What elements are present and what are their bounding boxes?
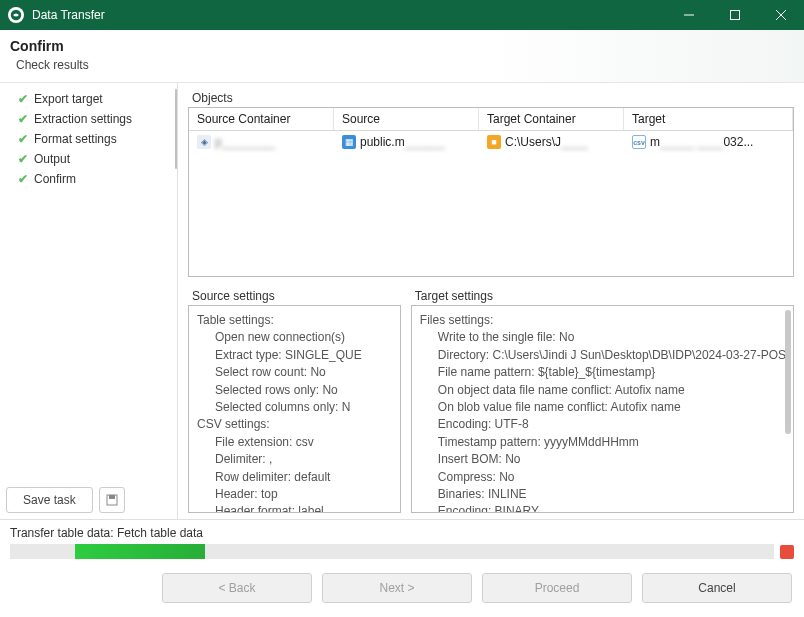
maximize-button[interactable]: [712, 0, 758, 30]
step-label: Format settings: [34, 132, 117, 146]
database-icon: ◈: [197, 135, 211, 149]
check-icon: ✔: [18, 172, 28, 186]
settings-line: Select row count: No: [197, 364, 392, 381]
objects-header: Source Container Source Target Container…: [189, 108, 793, 131]
table-icon: ▦: [342, 135, 356, 149]
minimize-button[interactable]: [666, 0, 712, 30]
next-button[interactable]: Next >: [322, 573, 472, 603]
save-config-button[interactable]: [99, 487, 125, 513]
settings-line: Binaries: INLINE: [420, 486, 785, 503]
settings-line: Files settings:: [420, 312, 785, 329]
target-settings-box: Files settings:Write to the single file:…: [411, 305, 794, 513]
settings-line: Selected rows only: No: [197, 382, 392, 399]
page-title: Confirm: [10, 38, 794, 54]
settings-line: Directory: C:\Users\Jindi J Sun\Desktop\…: [420, 347, 785, 364]
wizard-steps-sidebar: ✔Export target✔Extraction settings✔Forma…: [0, 83, 178, 519]
source-settings-box: Table settings:Open new connection(s)Ext…: [188, 305, 401, 513]
check-icon: ✔: [18, 112, 28, 126]
step-label: Export target: [34, 92, 103, 106]
settings-line: Encoding: BINARY: [420, 503, 785, 513]
folder-icon: ■: [487, 135, 501, 149]
window-titlebar: Data Transfer: [0, 0, 804, 30]
step-label: Extraction settings: [34, 112, 132, 126]
wizard-step[interactable]: ✔Extraction settings: [4, 109, 173, 129]
cell-target-container: C:\Users\J____: [505, 135, 588, 149]
settings-line: CSV settings:: [197, 416, 392, 433]
csv-icon: csv: [632, 135, 646, 149]
wizard-step[interactable]: ✔Format settings: [4, 129, 173, 149]
step-label: Confirm: [34, 172, 76, 186]
table-row[interactable]: ◈p________ ▦public.m______ ■C:\Users\J__…: [189, 131, 793, 153]
page-subtitle: Check results: [10, 58, 794, 72]
settings-line: Selected columns only: N: [197, 399, 392, 416]
settings-line: Table settings:: [197, 312, 392, 329]
scrollbar[interactable]: [785, 310, 791, 434]
settings-line: File extension: csv: [197, 434, 392, 451]
settings-line: Header: top: [197, 486, 392, 503]
svg-rect-2: [731, 11, 740, 20]
settings-line: Open new connection(s): [197, 329, 392, 346]
settings-line: File name pattern: ${table}_${timestamp}: [420, 364, 785, 381]
cell-source-container: p________: [215, 135, 275, 149]
settings-line: On blob value file name conflict: Autofi…: [420, 399, 785, 416]
col-target[interactable]: Target: [624, 108, 793, 130]
settings-line: Extract type: SINGLE_QUE: [197, 347, 392, 364]
save-icon: [106, 494, 118, 506]
check-icon: ✔: [18, 152, 28, 166]
col-source[interactable]: Source: [334, 108, 479, 130]
back-button[interactable]: < Back: [162, 573, 312, 603]
stop-button[interactable]: [780, 545, 794, 559]
col-target-container[interactable]: Target Container: [479, 108, 624, 130]
wizard-step[interactable]: ✔Export target: [4, 89, 173, 109]
cancel-button[interactable]: Cancel: [642, 573, 792, 603]
wizard-button-row: < Back Next > Proceed Cancel: [0, 563, 804, 617]
progress-fill: [75, 544, 205, 559]
window-title: Data Transfer: [32, 8, 666, 22]
settings-line: Encoding: UTF-8: [420, 416, 785, 433]
settings-line: On object data file name conflict: Autof…: [420, 382, 785, 399]
settings-line: Delimiter: ,: [197, 451, 392, 468]
cell-source: public.m______: [360, 135, 445, 149]
objects-label: Objects: [192, 91, 794, 105]
progress-label: Transfer table data: Fetch table data: [10, 526, 794, 540]
progress-bar: [10, 544, 774, 559]
scrollbar[interactable]: [175, 89, 177, 169]
target-settings-label: Target settings: [415, 289, 794, 303]
objects-table: Source Container Source Target Container…: [188, 107, 794, 277]
wizard-step[interactable]: ✔Confirm: [4, 169, 173, 189]
save-task-button[interactable]: Save task: [6, 487, 93, 513]
proceed-button[interactable]: Proceed: [482, 573, 632, 603]
close-button[interactable]: [758, 0, 804, 30]
wizard-step[interactable]: ✔Output: [4, 149, 173, 169]
settings-line: Timestamp pattern: yyyyMMddHHmm: [420, 434, 785, 451]
svg-rect-6: [109, 495, 115, 499]
step-label: Output: [34, 152, 70, 166]
settings-line: Header format: label: [197, 503, 392, 513]
cell-target: m_____ ____032...: [650, 135, 753, 149]
col-source-container[interactable]: Source Container: [189, 108, 334, 130]
app-icon: [8, 7, 24, 23]
source-settings-label: Source settings: [192, 289, 401, 303]
check-icon: ✔: [18, 92, 28, 106]
check-icon: ✔: [18, 132, 28, 146]
progress-area: Transfer table data: Fetch table data: [0, 519, 804, 563]
settings-line: Insert BOM: No: [420, 451, 785, 468]
settings-line: Write to the single file: No: [420, 329, 785, 346]
settings-line: Compress: No: [420, 469, 785, 486]
wizard-header: Confirm Check results: [0, 30, 804, 83]
settings-line: Row delimiter: default: [197, 469, 392, 486]
